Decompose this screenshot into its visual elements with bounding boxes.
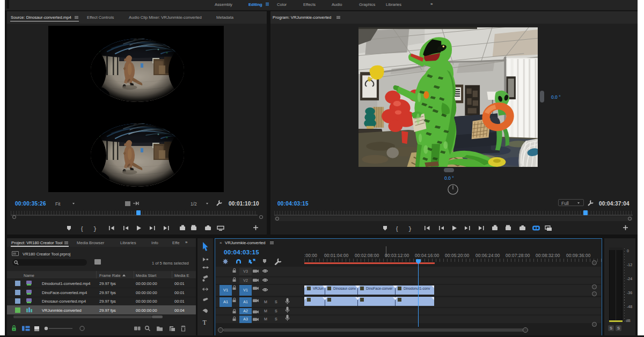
svg-text:T: T [203, 319, 207, 326]
svg-text:S: S [275, 309, 277, 313]
svg-text:S: S [275, 300, 277, 304]
svg-text:M: M [264, 317, 267, 321]
svg-text:{: { [81, 226, 83, 232]
svg-text:{: { [396, 226, 398, 232]
svg-text:M: M [264, 309, 267, 313]
svg-text:}: } [93, 226, 97, 232]
svg-text:S: S [275, 317, 277, 321]
svg-text:}: } [408, 226, 412, 232]
svg-text:M: M [264, 300, 267, 304]
